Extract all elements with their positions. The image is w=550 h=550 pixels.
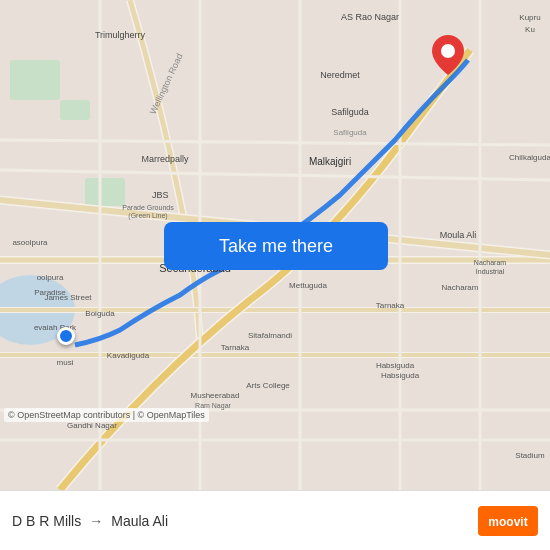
moovit-logo-image: moovit	[478, 506, 538, 536]
svg-text:Kavadiguda: Kavadiguda	[107, 351, 150, 360]
moovit-logo: moovit	[478, 506, 538, 536]
svg-text:Trimulgherry: Trimulgherry	[95, 30, 146, 40]
svg-text:asoolpura: asoolpura	[12, 238, 48, 247]
svg-text:Malkajgiri: Malkajgiri	[309, 156, 351, 167]
svg-rect-4	[60, 100, 90, 120]
svg-text:oolpura: oolpura	[37, 273, 64, 282]
take-me-there-button[interactable]: Take me there	[164, 222, 388, 270]
svg-text:Tarnaka: Tarnaka	[221, 343, 250, 352]
map-attribution: © OpenStreetMap contributors | © OpenMap…	[4, 408, 209, 422]
svg-text:Musheerabad: Musheerabad	[191, 391, 240, 400]
svg-text:Ku: Ku	[525, 25, 535, 34]
svg-text:Gandhi Nagar: Gandhi Nagar	[67, 421, 117, 430]
bottom-bar: D B R Mills → Maula Ali moovit	[0, 490, 550, 550]
svg-text:Mettuguda: Mettuguda	[289, 281, 327, 290]
destination-marker	[432, 35, 464, 79]
origin-label: D B R Mills	[12, 513, 81, 529]
svg-text:Habsiguda: Habsiguda	[376, 361, 415, 370]
svg-text:AS Rao Nagar: AS Rao Nagar	[341, 12, 399, 22]
svg-rect-2	[85, 178, 125, 206]
map-container: Wellington Road Trimulgherry AS Rao Naga…	[0, 0, 550, 490]
svg-text:Safilguda: Safilguda	[331, 107, 369, 117]
svg-text:Nacharam: Nacharam	[442, 283, 479, 292]
svg-text:Kupru: Kupru	[519, 13, 540, 22]
route-arrow-icon: →	[89, 513, 103, 529]
svg-text:musi: musi	[57, 358, 74, 367]
svg-text:JBS: JBS	[152, 190, 169, 200]
svg-text:Sitafalmandi: Sitafalmandi	[248, 331, 292, 340]
svg-text:James Street: James Street	[44, 293, 92, 302]
svg-text:Stadium: Stadium	[515, 451, 545, 460]
origin-marker	[57, 327, 75, 345]
svg-point-59	[441, 44, 455, 58]
svg-text:Moula Ali: Moula Ali	[440, 230, 477, 240]
svg-text:Industrial: Industrial	[476, 268, 505, 275]
destination-label: Maula Ali	[111, 513, 168, 529]
svg-rect-3	[10, 60, 60, 100]
svg-text:Chilkalguda: Chilkalguda	[509, 153, 550, 162]
svg-text:moovit: moovit	[488, 515, 527, 529]
svg-text:Neredmet: Neredmet	[320, 70, 360, 80]
svg-text:(Green Line): (Green Line)	[128, 212, 167, 220]
svg-text:Safilguda: Safilguda	[333, 128, 367, 137]
svg-text:Boiguda: Boiguda	[85, 309, 115, 318]
svg-text:Nacharam: Nacharam	[474, 259, 506, 266]
svg-text:Parade Grounds: Parade Grounds	[122, 204, 174, 211]
svg-text:Arts College: Arts College	[246, 381, 290, 390]
svg-text:Habsiguda: Habsiguda	[381, 371, 420, 380]
svg-text:Marredpally: Marredpally	[141, 154, 189, 164]
route-info: D B R Mills → Maula Ali	[12, 513, 478, 529]
svg-text:Tarnaka: Tarnaka	[376, 301, 405, 310]
